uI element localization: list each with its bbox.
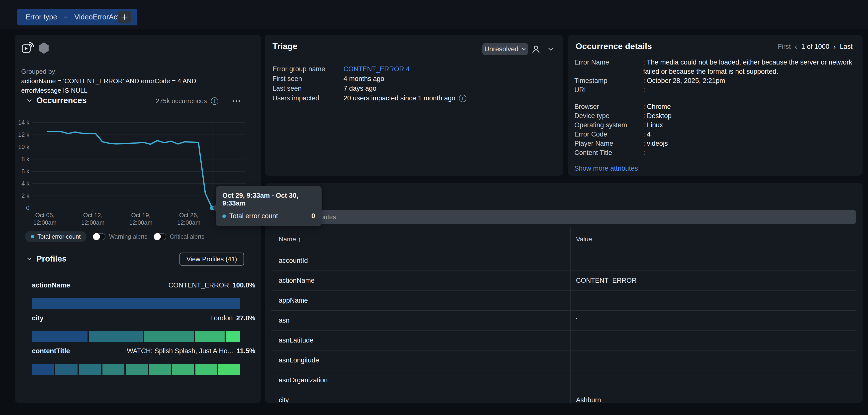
attribute-name-cell: asn <box>271 310 570 330</box>
occurrence-details-panel: Occurrence details First ‹ 1 of 1000 › L… <box>568 35 863 176</box>
plus-icon: + <box>122 12 128 23</box>
profile-bar-segment[interactable] <box>149 364 171 375</box>
value-column-header[interactable]: Value <box>570 228 856 251</box>
add-filter-button[interactable]: + <box>118 11 131 24</box>
status-dropdown[interactable]: Unresolved <box>483 43 528 55</box>
profile-bar-segment[interactable] <box>218 364 240 375</box>
info-icon[interactable]: i <box>211 97 218 105</box>
video-stream-icon[interactable] <box>21 42 34 54</box>
profile-bar-segment[interactable] <box>172 364 194 375</box>
profile-bar-segment[interactable] <box>195 364 217 375</box>
profile-bar-segment[interactable] <box>89 331 143 342</box>
series-dot-icon <box>31 235 34 238</box>
attribute-name-cell: asnOrganization <box>271 370 570 390</box>
search-bar[interactable] <box>271 210 856 224</box>
triage-title: Triage <box>273 41 298 51</box>
attribute-name-cell: actionName <box>271 271 570 290</box>
profile-bar-segment[interactable] <box>144 331 194 342</box>
name-column-header[interactable]: Name ↑ <box>271 228 570 251</box>
field-value: 4 months ago <box>343 74 384 84</box>
profile-bar-segment[interactable] <box>32 298 240 309</box>
occurrences-title: Occurrences <box>36 96 87 105</box>
field-label: Error Code <box>575 130 643 139</box>
field-label: Browser <box>575 102 643 111</box>
attribute-value-cell <box>570 251 856 271</box>
show-more-attributes-link[interactable]: Show more attributes <box>575 164 638 173</box>
triage-fields: Error group name CONTENT_ERROR 4 First s… <box>273 64 466 103</box>
field-label: Users impacted <box>273 94 343 103</box>
svg-text:Oct 12,12:00am: Oct 12,12:00am <box>81 212 104 226</box>
chevron-down-icon[interactable] <box>26 99 32 103</box>
pagination-prev-icon[interactable]: ‹ <box>795 42 797 51</box>
field-label: Timestamp <box>575 76 643 85</box>
occurrence-details-title: Occurrence details <box>576 41 652 51</box>
chevron-down-icon[interactable] <box>548 47 554 51</box>
legend-total-error-count[interactable]: Total error count <box>25 231 87 242</box>
profile-top-value: London <box>210 314 232 322</box>
triage-field-row: Users impacted 20 users impacted since 1… <box>273 94 466 103</box>
profile-name: actionName <box>32 281 70 289</box>
warning-alerts-toggle[interactable] <box>93 233 105 240</box>
filter-bar: Error type = VideoErrorAction + <box>0 0 868 29</box>
profile-bar-segment[interactable] <box>195 331 225 342</box>
grouped-by-expression: actionName = 'CONTENT_ERROR' AND errorCo… <box>21 76 226 95</box>
view-profiles-button[interactable]: View Profiles (41) <box>180 252 244 266</box>
field-label: First seen <box>273 74 343 84</box>
info-icon[interactable]: i <box>459 95 466 102</box>
svg-text:4 k: 4 k <box>22 180 30 187</box>
attribute-name-cell: asnLongitude <box>271 350 570 370</box>
svg-text:14 k: 14 k <box>18 119 30 126</box>
chevron-down-icon[interactable] <box>26 257 32 261</box>
pagination-last[interactable]: Last <box>840 43 852 50</box>
chart-tooltip: Oct 29, 9:33am - Oct 30, 9:33am Total er… <box>216 186 321 226</box>
search-attributes-input[interactable] <box>287 213 851 221</box>
detail-field-row: Operating system: Linux <box>575 120 856 130</box>
pagination-next-icon[interactable]: › <box>833 42 836 51</box>
svg-text:Oct 26,12:00am: Oct 26,12:00am <box>177 212 200 226</box>
profile-bar[interactable] <box>32 298 240 309</box>
table-row: cityAshburn <box>271 390 856 403</box>
triage-field-row: First seen 4 months ago <box>273 74 466 84</box>
more-menu-icon[interactable] <box>233 100 240 102</box>
field-value: : videojs <box>643 139 856 148</box>
series-dot-icon <box>222 214 226 218</box>
attribute-value-cell <box>570 330 856 350</box>
legend-label: Total error count <box>37 233 81 240</box>
profile-top-value: CONTENT_ERROR <box>168 281 229 289</box>
profile-bar-segment[interactable] <box>32 364 54 375</box>
triage-field-row: Error group name CONTENT_ERROR 4 <box>273 64 466 74</box>
pagination-current: 1 of 1000 <box>801 43 829 50</box>
chevron-down-icon <box>522 47 526 50</box>
attribute-name-cell: city <box>271 390 570 403</box>
field-value: : <box>643 148 856 158</box>
attribute-name-cell: appName <box>271 290 570 310</box>
field-value: : Linux <box>643 120 856 130</box>
warning-alerts-label: Warning alerts <box>109 233 147 240</box>
profile-bar-segment[interactable] <box>79 364 101 375</box>
profiles-header: Profiles View Profiles (41) <box>15 254 261 266</box>
svg-text:12 k: 12 k <box>18 131 30 138</box>
pagination-first[interactable]: First <box>778 43 791 50</box>
error-group-link[interactable]: CONTENT_ERROR 4 <box>343 64 410 74</box>
field-value: 20 users impacted since 1 month ago <box>343 94 456 103</box>
profile-bar-segment[interactable] <box>126 364 148 375</box>
detail-field-row: Player Name: videojs <box>575 139 856 148</box>
detail-field-row: Content Title: <box>575 148 856 158</box>
profile-bar-segment[interactable] <box>55 364 78 375</box>
profile-bar[interactable] <box>32 331 240 342</box>
grouped-by-label: Grouped by: <box>21 67 226 76</box>
table-row: asnLongitude <box>271 350 856 370</box>
profile-bar[interactable] <box>32 364 240 375</box>
critical-alerts-toggle[interactable] <box>154 233 166 240</box>
table-row: asn' <box>271 310 856 330</box>
table-row: accountId <box>271 251 856 271</box>
table-row: actionNameCONTENT_ERROR <box>271 271 856 290</box>
grouped-by-block: Grouped by: actionName = 'CONTENT_ERROR'… <box>21 67 226 95</box>
profile-bar-segment[interactable] <box>32 331 88 342</box>
profile-bar-segment[interactable] <box>226 331 240 342</box>
profile-top-value: WATCH: Splish Splash, Just A Ho... <box>127 347 233 355</box>
assignee-person-icon[interactable] <box>531 44 541 54</box>
attributes-panel: Name ↑ Value accountIdactionNameCONTENT_… <box>265 183 863 403</box>
attribute-name-cell: asnLatitude <box>271 330 570 350</box>
profile-bar-segment[interactable] <box>102 364 124 375</box>
